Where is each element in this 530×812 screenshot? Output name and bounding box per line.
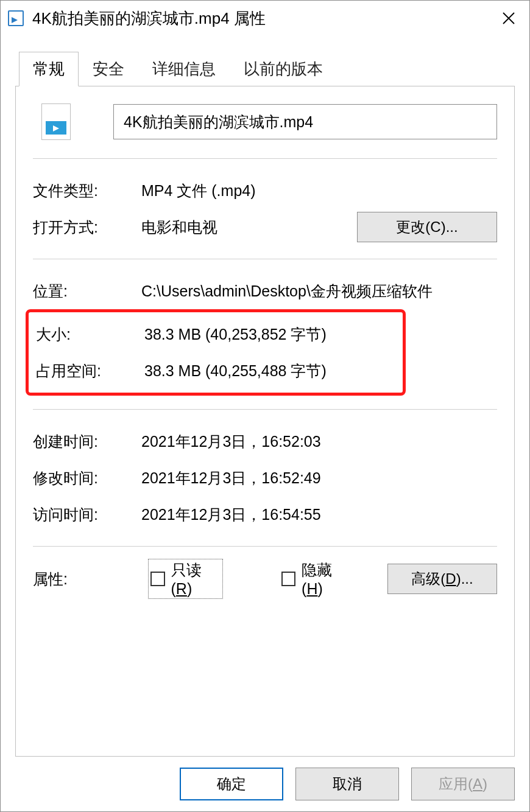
size-highlight: 大小: 38.3 MB (40,253,852 字节) 占用空间: 38.3 M… — [26, 309, 406, 396]
window-title: 4K航拍美丽的湖滨城市.mp4 属性 — [32, 8, 494, 29]
separator — [33, 409, 497, 410]
separator — [33, 546, 497, 547]
cancel-button-label: 取消 — [333, 774, 362, 794]
general-panel: 4K航拍美丽的湖滨城市.mp4 文件类型: MP4 文件 (.mp4) 打开方式… — [15, 86, 515, 757]
close-icon — [501, 11, 516, 26]
sizeondisk-value: 38.3 MB (40,255,488 字节) — [144, 361, 399, 381]
location-label: 位置: — [33, 281, 135, 301]
checkbox-icon — [150, 572, 164, 586]
hidden-checkbox[interactable]: 隐藏(H) — [281, 560, 351, 598]
ok-button-label: 确定 — [217, 774, 246, 794]
modified-row: 修改时间: 2021年12月3日，16:52:49 — [33, 460, 497, 496]
separator — [33, 158, 497, 159]
size-label: 大小: — [29, 324, 138, 345]
filetype-row: 文件类型: MP4 文件 (.mp4) — [33, 172, 497, 209]
video-file-icon — [8, 10, 24, 26]
location-value: C:\Users\admin\Desktop\金舟视频压缩软件 — [141, 281, 497, 301]
change-button[interactable]: 更改(C)... — [357, 212, 497, 242]
size-value: 38.3 MB (40,253,852 字节) — [144, 324, 399, 345]
separator — [33, 259, 497, 259]
dialog-footer: 确定 取消 应用(A) — [1, 757, 529, 811]
openwith-row: 打开方式: 电影和电视 更改(C)... — [33, 209, 497, 245]
accessed-label: 访问时间: — [33, 505, 135, 525]
tab-security[interactable]: 安全 — [79, 52, 138, 86]
readonly-label: 只读(R) — [171, 560, 221, 598]
created-value: 2021年12月3日，16:52:03 — [141, 432, 497, 452]
openwith-value: 电影和电视 — [141, 217, 351, 237]
created-label: 创建时间: — [33, 432, 135, 452]
checkbox-icon — [281, 572, 295, 586]
advanced-button-label: 高级(D)... — [411, 569, 473, 589]
ok-button[interactable]: 确定 — [180, 768, 283, 800]
advanced-button[interactable]: 高级(D)... — [387, 564, 497, 594]
apply-button[interactable]: 应用(A) — [411, 768, 515, 800]
filetype-icon — [41, 103, 71, 140]
tab-previous-versions[interactable]: 以前的版本 — [230, 52, 337, 86]
accessed-value: 2021年12月3日，16:54:55 — [141, 505, 497, 525]
sizeondisk-row: 占用空间: 38.3 MB (40,255,488 字节) — [29, 352, 399, 389]
close-button[interactable] — [494, 4, 523, 33]
filename-value: 4K航拍美丽的湖滨城市.mp4 — [124, 112, 313, 132]
filename-row: 4K航拍美丽的湖滨城市.mp4 — [33, 103, 497, 140]
created-row: 创建时间: 2021年12月3日，16:52:03 — [33, 423, 497, 460]
filename-input[interactable]: 4K航拍美丽的湖滨城市.mp4 — [113, 104, 497, 139]
size-row: 大小: 38.3 MB (40,253,852 字节) — [29, 316, 399, 352]
attributes-label: 属性: — [33, 569, 131, 589]
filetype-label: 文件类型: — [33, 181, 135, 201]
properties-window: 4K航拍美丽的湖滨城市.mp4 属性 常规 安全 详细信息 以前的版本 4K航拍… — [0, 0, 530, 812]
apply-button-label: 应用(A) — [439, 774, 487, 794]
change-button-label: 更改(C)... — [396, 217, 458, 237]
openwith-label: 打开方式: — [33, 217, 135, 237]
modified-value: 2021年12月3日，16:52:49 — [141, 468, 497, 488]
modified-label: 修改时间: — [33, 468, 135, 488]
titlebar: 4K航拍美丽的湖滨城市.mp4 属性 — [1, 1, 529, 36]
attributes-row: 属性: 只读(R) 隐藏(H) 高级( — [33, 560, 497, 598]
filetype-value: MP4 文件 (.mp4) — [141, 181, 497, 201]
tab-details[interactable]: 详细信息 — [138, 52, 230, 86]
cancel-button[interactable]: 取消 — [295, 768, 399, 800]
accessed-row: 访问时间: 2021年12月3日，16:54:55 — [33, 496, 497, 533]
location-row: 位置: C:\Users\admin\Desktop\金舟视频压缩软件 — [33, 273, 497, 309]
readonly-checkbox[interactable]: 只读(R) — [149, 560, 221, 598]
dialog-body: 常规 安全 详细信息 以前的版本 4K航拍美丽的湖滨城市.mp4 文件类型: M… — [1, 36, 529, 757]
hidden-label: 隐藏(H) — [302, 560, 351, 598]
tab-general[interactable]: 常规 — [19, 52, 79, 86]
tab-strip: 常规 安全 详细信息 以前的版本 — [19, 53, 515, 86]
sizeondisk-label: 占用空间: — [29, 361, 138, 381]
